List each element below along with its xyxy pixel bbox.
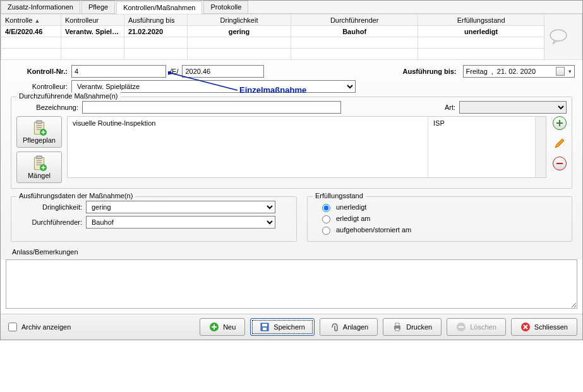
schliessen-label: Schliessen	[534, 323, 568, 331]
tab-pflege[interactable]: Pflege	[81, 1, 115, 13]
fulfil-fieldset: Erfüllungsstand unerledigt erledigt am a…	[307, 196, 572, 242]
ausfuehrung-bis-label: Ausführung bis:	[403, 68, 457, 75]
empty-row	[1, 49, 582, 60]
calendar-icon[interactable]	[556, 67, 565, 76]
sort-asc-icon: ▲	[34, 18, 40, 24]
chevron-down-icon[interactable]: ▾	[568, 68, 572, 74]
svg-rect-16	[262, 324, 267, 326]
edit-measure-button[interactable]	[553, 136, 567, 150]
col-durchfuehrender[interactable]: Durchführender	[291, 15, 418, 26]
save-icon	[260, 322, 270, 332]
clipboard-add-icon	[31, 120, 47, 136]
kontrollnr-input[interactable]	[71, 65, 166, 78]
radio-aufgehoben[interactable]: aufgehoben/storniert am	[319, 225, 567, 235]
drucken-label: Drucken	[406, 323, 432, 331]
tab-protokolle[interactable]: Protokolle	[203, 1, 248, 13]
printer-icon	[392, 322, 402, 332]
tab-zusatz[interactable]: Zusatz-Informationen	[1, 1, 80, 13]
comment-bubble-cell[interactable]	[544, 15, 582, 60]
kontrollnr-sep: /E/	[166, 68, 182, 75]
dringlichkeit-select[interactable]: gering	[86, 201, 275, 213]
bezeichnung-input[interactable]	[82, 101, 341, 114]
svg-point-0	[550, 30, 567, 41]
controls-grid[interactable]: Kontrolle ▲ Kontrolleur Ausführung bis D…	[1, 14, 582, 60]
neu-button[interactable]: Neu	[200, 318, 245, 336]
kontrolleur-select[interactable]: Verantw. Spielplätze	[71, 80, 356, 93]
anlagen-label: Anlagen	[343, 323, 368, 331]
bottom-bar: Archiv anzeigen Neu Speichern Anlagen Dr…	[1, 314, 582, 340]
archive-checkbox[interactable]: Archiv anzeigen	[6, 321, 71, 333]
remove-measure-button[interactable]	[553, 157, 567, 170]
col-kontrolle[interactable]: Kontrolle ▲	[1, 15, 61, 26]
svg-rect-19	[395, 323, 399, 326]
plus-icon	[555, 119, 564, 128]
radio-unerledigt-label: unerledigt	[336, 203, 366, 211]
neu-label: Neu	[223, 323, 236, 331]
svg-rect-17	[263, 328, 267, 330]
radio-unerledigt[interactable]: unerledigt	[319, 202, 567, 212]
fulfil-legend: Erfüllungsstand	[313, 192, 366, 199]
speichern-button[interactable]: Speichern	[250, 318, 315, 336]
speichern-label: Speichern	[273, 323, 305, 331]
speech-bubble-icon	[548, 28, 568, 45]
radio-aufgehoben-label: aufgehoben/storniert am	[336, 226, 411, 234]
kontrollnr-suffix-input[interactable]	[182, 65, 264, 78]
cell-ausf-bis: 21.02.2020	[124, 26, 188, 37]
col-erfuellungsstand[interactable]: Erfüllungsstand	[418, 15, 544, 26]
add-measure-button[interactable]	[553, 116, 567, 130]
scrollbar[interactable]	[536, 117, 546, 177]
art-select[interactable]	[459, 101, 567, 114]
cell-erfuellung: unerledigt	[418, 26, 544, 37]
radio-erledigt[interactable]: erledigt am	[319, 213, 567, 223]
col-kontrolle-label: Kontrolle	[5, 16, 32, 24]
paperclip-icon	[329, 322, 339, 332]
minus-circle-icon	[456, 322, 466, 332]
remarks-textarea[interactable]	[6, 259, 577, 309]
col-kontrolleur[interactable]: Kontrolleur	[61, 15, 124, 26]
drucken-button[interactable]: Drucken	[383, 318, 442, 336]
svg-rect-3	[37, 121, 42, 123]
remarks-label: Anlass/Bemerkungen	[12, 248, 572, 256]
col-ausfuehrung-bis[interactable]: Ausführung bis	[124, 15, 188, 26]
maengel-button[interactable]: Mängel	[16, 151, 62, 183]
durchfuehrender-label: Durchführender:	[16, 218, 86, 226]
table-row[interactable]: 4/E/2020.46 Verantw. Spiel… 21.02.2020 g…	[1, 26, 582, 37]
svg-rect-9	[37, 156, 42, 158]
pencil-icon	[553, 137, 566, 150]
anlagen-button[interactable]: Anlagen	[320, 318, 378, 336]
ausfuehrung-bis-datepicker[interactable]: Freitag , 21. 02. 2020 ▾	[463, 65, 575, 78]
clipboard-add-icon	[31, 155, 47, 172]
main-window: Zusatz-Informationen Pflege Kontrollen/M…	[0, 0, 583, 340]
col-dringlichkeit[interactable]: Dringlichkeit	[188, 15, 291, 26]
plus-circle-icon	[209, 322, 219, 332]
form-area: Kontroll-Nr.: /E/ Ausführung bis: Freita…	[1, 60, 582, 259]
measure-name-cell: visuelle Routine-Inspektion	[68, 117, 428, 177]
dringlichkeit-label: Dringlichkeit:	[16, 203, 86, 211]
schliessen-button[interactable]: Schliessen	[511, 318, 577, 336]
kontrollnr-label: Kontroll-Nr.:	[8, 68, 71, 75]
maengel-label: Mängel	[28, 172, 51, 179]
tab-strip: Zusatz-Informationen Pflege Kontrollen/M…	[1, 1, 582, 13]
date-dayname: Freitag	[466, 68, 488, 75]
kontrolleur-label: Kontrolleur:	[8, 83, 71, 90]
pflegeplan-button[interactable]: Pflegeplan	[16, 116, 62, 148]
cell-kontrolleur: Verantw. Spiel…	[61, 26, 124, 37]
exec-legend: Ausführungsdaten der Maßnahme(n)	[16, 192, 135, 199]
pflegeplan-label: Pflegeplan	[23, 136, 56, 144]
minus-icon	[555, 159, 564, 168]
radio-erledigt-label: erledigt am	[336, 215, 370, 222]
cell-dringlichkeit: gering	[188, 26, 291, 37]
measures-list[interactable]: visuelle Routine-Inspektion ISP	[67, 116, 546, 178]
measure-code-cell: ISP	[428, 117, 536, 177]
close-circle-icon	[520, 322, 531, 332]
exec-fieldset: Ausführungsdaten der Maßnahme(n) Dringli…	[11, 196, 297, 242]
date-value: 21. 02. 2020	[497, 68, 536, 75]
tab-content: Kontrolle ▲ Kontrolleur Ausführung bis D…	[1, 13, 582, 340]
cell-durchfuehrender: Bauhof	[291, 26, 418, 37]
loeschen-label: Löschen	[470, 323, 496, 331]
svg-rect-20	[395, 328, 399, 331]
archive-label: Archiv anzeigen	[21, 323, 71, 331]
durchfuehrender-select[interactable]: Bauhof	[86, 216, 275, 229]
loeschen-button[interactable]: Löschen	[447, 318, 506, 336]
tab-kontrollen[interactable]: Kontrollen/Maßnahmen	[116, 1, 202, 14]
